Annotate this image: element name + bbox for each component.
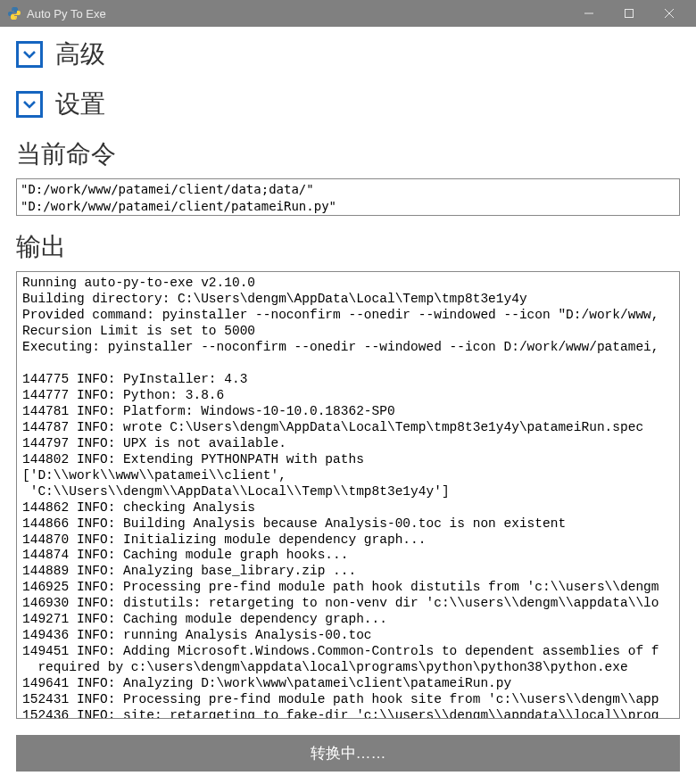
current-command-box[interactable] (16, 178, 680, 216)
svg-rect-1 (625, 10, 633, 18)
window-controls (568, 0, 689, 27)
minimize-button[interactable] (568, 0, 609, 27)
chevron-down-icon (16, 41, 43, 68)
content-area: 高级 设置 当前命令 输出 Running auto-py-to-exe v2.… (0, 27, 696, 784)
python-icon (7, 6, 21, 21)
section-settings[interactable]: 设置 (16, 87, 680, 121)
output-heading: 输出 (16, 230, 680, 264)
section-advanced[interactable]: 高级 (16, 37, 680, 71)
titlebar: Auto Py To Exe (0, 0, 696, 27)
section-advanced-label: 高级 (55, 37, 105, 71)
window-title: Auto Py To Exe (27, 7, 568, 21)
output-box[interactable]: Running auto-py-to-exe v2.10.0 Building … (16, 271, 680, 719)
current-command-heading: 当前命令 (16, 137, 680, 171)
section-settings-label: 设置 (55, 87, 105, 121)
close-button[interactable] (649, 0, 689, 27)
convert-button[interactable]: 转换中…… (16, 735, 680, 772)
chevron-down-icon (16, 91, 43, 118)
maximize-button[interactable] (609, 0, 649, 27)
